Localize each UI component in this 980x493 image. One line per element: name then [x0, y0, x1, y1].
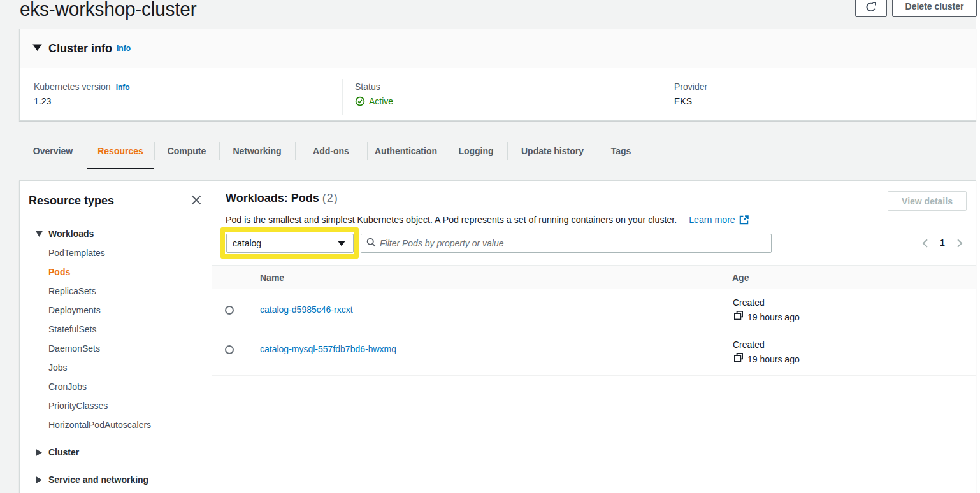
tree-group-label[interactable]: Service and networking: [48, 475, 148, 485]
resource-types-panel: Resource types WorkloadsPodTemplatesPods…: [20, 181, 212, 493]
tree-item-pods[interactable]: Pods: [20, 262, 212, 282]
tab-logging[interactable]: Logging: [445, 140, 507, 169]
age-created-label: Created: [733, 338, 976, 352]
resource-filter-dropdown[interactable]: catalog: [226, 234, 354, 253]
refresh-icon: [866, 0, 876, 13]
pod-age-cell: Created19 hours ago: [719, 329, 976, 375]
previous-page-icon[interactable]: [919, 237, 932, 250]
tab-label: Networking: [219, 146, 295, 156]
tree-item-label[interactable]: PodTemplates: [48, 248, 105, 258]
tree-group-cluster[interactable]: Cluster: [20, 443, 212, 462]
age-column-header[interactable]: Age: [719, 266, 976, 289]
pod-name-link[interactable]: catalog-mysql-557fdb7bd6-hwxmq: [260, 344, 396, 354]
pods-count: (2): [322, 192, 338, 204]
tree-group-label[interactable]: Workloads: [48, 229, 94, 239]
tree-group-label[interactable]: Cluster: [48, 447, 79, 457]
tab-compute[interactable]: Compute: [154, 140, 219, 169]
tree-item-label[interactable]: CronJobs: [48, 382, 87, 392]
status-label: Status: [355, 82, 380, 92]
dropdown-selected-value: catalog: [233, 238, 338, 248]
tab-update-history[interactable]: Update history: [507, 140, 598, 169]
tree-item-label[interactable]: ReplicaSets: [48, 286, 96, 296]
cluster-info-info-link[interactable]: Info: [117, 44, 131, 53]
tab-label: Authentication: [367, 146, 445, 156]
caret-right-icon[interactable]: [35, 448, 43, 457]
tab-add-ons[interactable]: Add-ons: [295, 140, 367, 169]
refresh-button[interactable]: [855, 0, 887, 17]
cluster-info-card: Cluster info Info Kubernetes versionInfo…: [19, 29, 976, 121]
row-select-cell: [212, 329, 247, 375]
caret-right-icon[interactable]: [35, 476, 43, 484]
tree-item-deployments[interactable]: Deployments: [20, 301, 212, 320]
tree-item-jobs[interactable]: Jobs: [20, 358, 212, 377]
name-column-header[interactable]: Name: [247, 266, 719, 289]
learn-more-link[interactable]: Learn more: [689, 215, 735, 225]
tab-tags[interactable]: Tags: [598, 140, 644, 169]
table-row: catalog-d5985c46-rxcxtCreated19 hours ag…: [212, 289, 976, 329]
tree-item-statefulsets[interactable]: StatefulSets: [20, 320, 212, 339]
status-text: Active: [369, 96, 393, 106]
tree-item-label[interactable]: HorizontalPodAutoscalers: [48, 420, 151, 430]
close-icon[interactable]: [191, 195, 201, 205]
tab-resources[interactable]: Resources: [87, 140, 154, 169]
tree-item-replicasets[interactable]: ReplicaSets: [20, 282, 212, 301]
tree-item-label[interactable]: Deployments: [48, 305, 101, 315]
cluster-info-header[interactable]: Cluster info Info: [20, 29, 976, 68]
pods-table: Name Age catalog-d5985c46-rxcxtCreated19…: [212, 265, 976, 376]
cluster-tabs: OverviewResourcesComputeNetworkingAdd-on…: [19, 140, 976, 169]
row-radio-button[interactable]: [225, 306, 234, 315]
kubernetes-version-value: 1.23: [34, 96, 51, 106]
tab-authentication[interactable]: Authentication: [367, 140, 445, 169]
kubernetes-version-info-link[interactable]: Info: [116, 83, 130, 92]
tab-overview[interactable]: Overview: [19, 140, 87, 169]
tab-label: Update history: [507, 146, 598, 156]
collapse-caret-icon[interactable]: [32, 43, 43, 55]
pagination: 1: [919, 237, 966, 250]
tree-item-label[interactable]: Pods: [48, 267, 70, 277]
copy-icon[interactable]: [733, 352, 744, 367]
tree-group-workloads[interactable]: Workloads: [20, 224, 212, 243]
scrollbar-track[interactable]: [976, 0, 980, 493]
provider-label: Provider: [674, 82, 707, 92]
age-created-label: Created: [733, 296, 976, 310]
tree-item-cronjobs[interactable]: CronJobs: [20, 377, 212, 396]
tree-item-label[interactable]: PriorityClasses: [48, 401, 108, 411]
row-select-cell: [212, 289, 247, 329]
caret-down-icon[interactable]: [35, 230, 43, 238]
status-value: Active: [355, 96, 393, 106]
tab-label: Add-ons: [295, 146, 367, 156]
pod-name-cell: catalog-d5985c46-rxcxt: [247, 289, 719, 329]
page-title: eks-workshop-cluster: [20, 0, 196, 19]
next-page-icon[interactable]: [953, 237, 966, 250]
cluster-info-body: Kubernetes versionInfo 1.23 Status Activ…: [20, 68, 976, 120]
tab-label: Overview: [19, 146, 87, 156]
age-value: 19 hours ago: [747, 352, 800, 367]
pod-name-link[interactable]: catalog-d5985c46-rxcxt: [260, 304, 353, 315]
view-details-button[interactable]: View details: [888, 191, 967, 211]
row-radio-button[interactable]: [225, 345, 234, 354]
status-success-icon: [355, 96, 365, 106]
provider-value: EKS: [674, 96, 692, 106]
tree-item-daemonsets[interactable]: DaemonSets: [20, 339, 212, 358]
tree-item-label[interactable]: DaemonSets: [48, 343, 100, 354]
copy-icon[interactable]: [733, 310, 744, 325]
pods-description: Pod is the smallest and simplest Kuberne…: [226, 215, 749, 227]
tree-item-label[interactable]: Jobs: [48, 362, 68, 373]
tree-group-service-and-networking[interactable]: Service and networking: [20, 470, 212, 489]
tree-item-horizontalpodautoscalers[interactable]: HorizontalPodAutoscalers: [20, 415, 212, 434]
tree-item-podtemplates[interactable]: PodTemplates: [20, 243, 212, 262]
selection-column-header: [212, 266, 247, 289]
pods-search-input[interactable]: [380, 238, 766, 249]
tab-label: Logging: [445, 146, 507, 156]
current-page[interactable]: 1: [932, 238, 953, 249]
eks-console-page: eks-workshop-cluster Delete cluster Clus…: [0, 0, 980, 493]
resource-types-title: Resource types: [29, 194, 114, 208]
tree-item-priorityclasses[interactable]: PriorityClasses: [20, 396, 212, 415]
delete-cluster-button[interactable]: Delete cluster: [892, 0, 977, 17]
kubernetes-version-label: Kubernetes version: [34, 82, 111, 92]
pods-heading: Workloads: Pods (2): [226, 192, 338, 205]
tree-item-label[interactable]: StatefulSets: [48, 324, 97, 334]
tab-networking[interactable]: Networking: [219, 140, 295, 169]
pod-age-cell: Created19 hours ago: [719, 289, 976, 329]
search-icon: [366, 238, 376, 250]
